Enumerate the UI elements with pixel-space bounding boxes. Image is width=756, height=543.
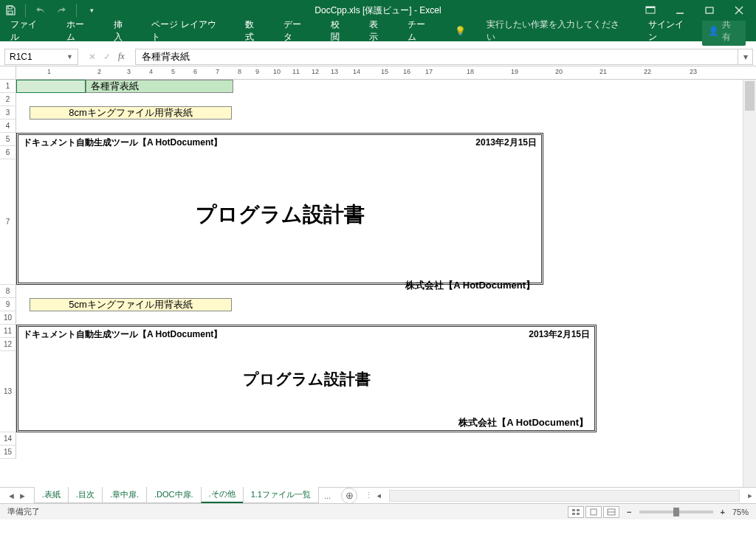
svg-rect-0 bbox=[8, 6, 12, 9]
formula-input[interactable]: 各種背表紙 bbox=[135, 49, 738, 65]
zoom-slider[interactable] bbox=[639, 511, 713, 513]
tab-nav-prev-icon[interactable]: ◄ bbox=[7, 491, 16, 500]
svg-rect-5 bbox=[706, 7, 713, 13]
chevron-down-icon[interactable]: ▼ bbox=[66, 53, 73, 60]
normal-view-icon[interactable] bbox=[568, 506, 584, 518]
ruler-tick: 6 bbox=[193, 68, 197, 75]
ruler-tick: 15 bbox=[381, 68, 388, 75]
sheet-tab[interactable]: .DOC中扉. bbox=[146, 487, 202, 503]
spine5-title: プログラム設計書 bbox=[18, 369, 594, 390]
tab-view[interactable]: 表示 bbox=[369, 18, 387, 44]
row-header[interactable]: 11 bbox=[0, 325, 16, 338]
ruler-tick: 16 bbox=[403, 68, 410, 75]
svg-rect-11 bbox=[577, 513, 580, 515]
ruler-tick: 22 bbox=[644, 68, 651, 75]
hscroll-right-icon[interactable]: ► bbox=[744, 492, 756, 499]
ruler-tick: 2 bbox=[97, 68, 101, 75]
sheet-tab[interactable]: .表紙 bbox=[34, 487, 69, 503]
row-header[interactable]: 2 bbox=[0, 93, 16, 106]
svg-rect-3 bbox=[646, 7, 655, 8]
cancel-icon[interactable]: ✕ bbox=[89, 52, 96, 62]
row-header[interactable]: 12 bbox=[0, 338, 16, 351]
sheet-tab[interactable]: 1.1ファイル一覧 bbox=[243, 487, 319, 503]
ribbon-tabs: ファイル ホーム 挿入 ページ レイアウト 数式 データ 校閲 表示 チーム 💡… bbox=[0, 21, 756, 41]
row-header[interactable]: 15 bbox=[0, 446, 16, 459]
sheet-tab[interactable]: .章中扉. bbox=[102, 487, 147, 503]
vertical-scrollbar[interactable] bbox=[743, 80, 756, 487]
row-headers: 123456789101112131415 bbox=[0, 80, 16, 487]
zoom-in-icon[interactable]: + bbox=[721, 508, 725, 516]
undo-icon[interactable] bbox=[35, 4, 47, 16]
label-8cm: 8cmキングファイル用背表紙 bbox=[30, 106, 232, 120]
ruler-tick: 7 bbox=[216, 68, 219, 75]
page-break-view-icon[interactable] bbox=[603, 506, 619, 518]
sheet-tab[interactable]: .目次 bbox=[68, 487, 103, 503]
spine8-title: プログラム設計書 bbox=[18, 201, 541, 229]
row-header[interactable]: 5 bbox=[0, 133, 16, 146]
svg-rect-1 bbox=[8, 11, 13, 14]
spine-box-8cm: ドキュメント自動生成ツール【A HotDocument】 2013年2月15日 … bbox=[16, 133, 543, 285]
window-controls bbox=[644, 4, 752, 17]
zoom-out-icon[interactable]: − bbox=[627, 508, 631, 516]
view-buttons bbox=[568, 506, 619, 518]
tab-home[interactable]: ホーム bbox=[66, 18, 93, 44]
ruler-tick: 3 bbox=[127, 68, 131, 75]
svg-rect-10 bbox=[572, 513, 575, 515]
maximize-icon[interactable] bbox=[703, 4, 716, 17]
qat-dropdown-icon[interactable]: ▾ bbox=[86, 4, 97, 16]
ruler-tick: 21 bbox=[599, 68, 607, 75]
name-box[interactable]: R1C1 ▼ bbox=[4, 49, 78, 65]
tab-page-layout[interactable]: ページ レイアウト bbox=[151, 18, 224, 44]
selected-cell[interactable] bbox=[16, 80, 86, 93]
redo-icon[interactable] bbox=[55, 4, 67, 16]
minimize-icon[interactable] bbox=[673, 4, 687, 17]
sheet-tabs-bar: ◄ ► .表紙.目次.章中扉..DOC中扉..その他1.1ファイル一覧 ... … bbox=[0, 487, 756, 503]
page-layout-view-icon[interactable] bbox=[585, 506, 602, 518]
close-icon[interactable] bbox=[732, 4, 746, 17]
horizontal-scrollbar[interactable] bbox=[389, 490, 740, 502]
ruler-tick: 9 bbox=[255, 68, 259, 75]
tab-formulas[interactable]: 数式 bbox=[245, 18, 263, 44]
sheet-tab[interactable]: .その他 bbox=[201, 486, 244, 503]
ribbon-display-icon[interactable] bbox=[644, 4, 657, 17]
signin-link[interactable]: サインイン bbox=[648, 18, 693, 44]
ruler-tick: 10 bbox=[273, 68, 281, 75]
tab-team[interactable]: チーム bbox=[408, 18, 434, 44]
fx-icon[interactable]: fx bbox=[118, 51, 125, 62]
row-header[interactable]: 6 bbox=[0, 146, 16, 159]
tab-nav-next-icon[interactable]: ► bbox=[18, 491, 27, 500]
save-icon[interactable] bbox=[4, 4, 16, 16]
row-header[interactable]: 4 bbox=[0, 120, 16, 133]
svg-rect-9 bbox=[577, 509, 580, 511]
zoom-thumb[interactable] bbox=[673, 508, 679, 516]
tab-data[interactable]: データ bbox=[284, 18, 310, 44]
hscroll-left-icon[interactable]: ◄ bbox=[373, 492, 385, 499]
tell-me-input[interactable]: 実行したい作業を入力してください bbox=[487, 18, 628, 44]
ruler-tick: 23 bbox=[690, 68, 697, 75]
tab-insert[interactable]: 挿入 bbox=[114, 18, 131, 44]
enter-icon[interactable]: ✓ bbox=[103, 52, 111, 62]
tab-file[interactable]: ファイル bbox=[10, 18, 46, 44]
row-header[interactable]: 13 bbox=[0, 351, 16, 432]
status-ready: 準備完了 bbox=[7, 506, 40, 517]
add-sheet-button[interactable]: ⊕ bbox=[341, 488, 357, 504]
row-header[interactable]: 8 bbox=[0, 285, 16, 298]
row-header[interactable]: 14 bbox=[0, 432, 16, 446]
ruler-tick: 17 bbox=[425, 68, 433, 75]
formula-expand-icon[interactable]: ▾ bbox=[738, 49, 753, 65]
scrollbar-thumb[interactable] bbox=[745, 81, 755, 111]
zoom-level[interactable]: 75% bbox=[732, 508, 749, 516]
sheet-content[interactable]: 各種背表紙 8cmキングファイル用背表紙 ドキュメント自動生成ツール【A Hot… bbox=[16, 80, 743, 487]
row-header[interactable]: 10 bbox=[0, 311, 16, 325]
spine5-date: 2013年2月15日 bbox=[529, 328, 590, 341]
row-header[interactable]: 9 bbox=[0, 298, 16, 311]
horizontal-ruler: 1234567891011121314151617181920212223 bbox=[0, 66, 756, 80]
titlebar: ▾ DocCpp.xls [保護ビュー] - Excel bbox=[0, 0, 756, 21]
row-header[interactable]: 7 bbox=[0, 159, 16, 285]
tabs-more[interactable]: ... bbox=[318, 491, 337, 500]
tab-review[interactable]: 校閲 bbox=[331, 18, 348, 44]
tab-split-icon[interactable]: ⋮ bbox=[365, 491, 373, 500]
row-header[interactable]: 1 bbox=[0, 80, 16, 93]
share-button[interactable]: 👤共有 bbox=[702, 16, 746, 46]
row-header[interactable]: 3 bbox=[0, 106, 16, 120]
